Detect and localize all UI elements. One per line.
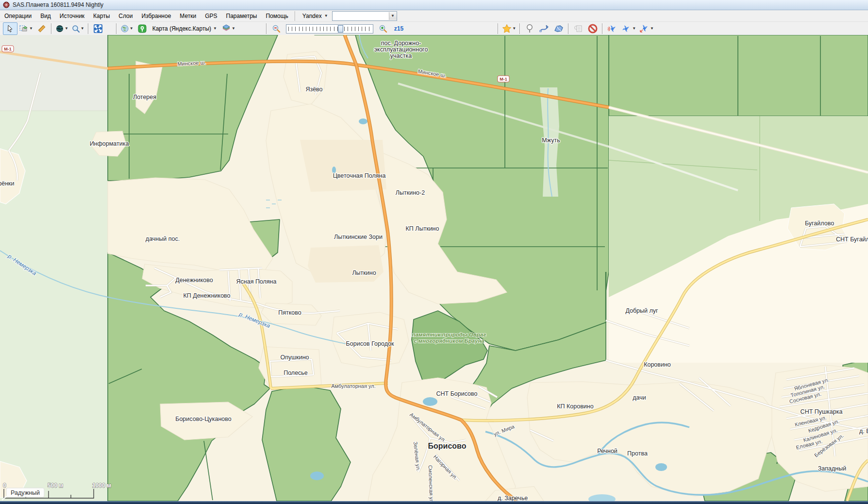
- gps-tools-icon: [639, 24, 650, 34]
- place-label: Борисов Городок: [346, 340, 394, 347]
- place-label: дачный пос.: [146, 235, 180, 242]
- select-region-button[interactable]: ▼: [17, 22, 34, 35]
- app-icon: [3, 1, 10, 8]
- marks-list-button[interactable]: [571, 22, 585, 35]
- gps-track-icon: [621, 24, 632, 34]
- toolbar-separator: [498, 23, 499, 34]
- chevron-down-icon: ▼: [650, 27, 654, 31]
- favorites-button[interactable]: ▼: [501, 22, 517, 35]
- menu-view[interactable]: Вид: [36, 11, 55, 21]
- place-label: Полесье: [284, 370, 308, 376]
- gps-tools-button[interactable]: ▼: [637, 22, 655, 35]
- zoom-out-icon: [272, 24, 281, 33]
- nature-label-line1: памятник природы Овраг: [412, 332, 486, 337]
- chevron-down-icon: ▼: [324, 14, 328, 18]
- shield-label: М-1: [4, 47, 12, 51]
- chevron-down-icon: ▼: [65, 27, 68, 31]
- road-shield-m1: М-1: [2, 46, 14, 52]
- menu-favorites[interactable]: Избранное: [137, 11, 175, 21]
- add-polygon-button[interactable]: [551, 22, 566, 35]
- chevron-down-icon: ▼: [391, 14, 395, 18]
- menu-marks[interactable]: Метки: [175, 11, 200, 21]
- chevron-down-icon: ▼: [29, 27, 33, 31]
- zoom-in-icon: [379, 24, 387, 33]
- toolbar-separator: [602, 23, 603, 34]
- place-label: офёнки: [0, 180, 15, 187]
- scale-full-label: 1000 м: [92, 482, 111, 489]
- menu-layers[interactable]: Слои: [114, 11, 137, 21]
- map-canvas[interactable]: М-1 М-1 Минское ш. Минское ш. Амбулаторн…: [0, 35, 868, 501]
- yandex-maps-button[interactable]: [135, 22, 150, 35]
- zoom-slider[interactable]: [286, 24, 373, 34]
- fullscreen-button[interactable]: [91, 22, 105, 35]
- chevron-down-icon: ▼: [130, 27, 134, 31]
- place-label: Пятково: [278, 309, 301, 316]
- toolbar-separator: [519, 23, 520, 34]
- place-label: д. Б: [859, 428, 868, 435]
- place-label: СНТ Бугайлово: [836, 236, 868, 243]
- menu-source[interactable]: Источник: [55, 11, 89, 21]
- menu-parameters[interactable]: Параметры: [222, 11, 262, 21]
- road-shield-m1: М-1: [498, 76, 509, 82]
- zoom-out-button[interactable]: [269, 22, 284, 35]
- menu-maps[interactable]: Карты: [89, 11, 114, 21]
- map-type-selector[interactable]: Карта (Яндекс.Карты) ▼: [150, 22, 220, 35]
- place-label: СНТ Пушкарка: [801, 408, 843, 415]
- add-path-button[interactable]: [537, 22, 551, 35]
- zoom-slider-thumb[interactable]: [338, 25, 343, 33]
- place-label: Бугайлово: [805, 220, 834, 227]
- place-label: эксплуатационного: [374, 46, 428, 53]
- yandex-source-dropdown[interactable]: Yandex ▼: [298, 11, 330, 21]
- chevron-down-icon: ▼: [632, 27, 636, 31]
- favorites-icon: [502, 24, 512, 34]
- chevron-down-icon: ▼: [213, 27, 217, 31]
- menu-gps[interactable]: GPS: [200, 11, 221, 21]
- dark-globe-icon: [55, 24, 64, 33]
- gps-connect-button[interactable]: [605, 22, 619, 35]
- ruler-button[interactable]: [34, 22, 49, 35]
- place-label: Речной: [597, 448, 618, 454]
- place-label: Добрый луг: [625, 307, 658, 314]
- zoom-level-label: z15: [394, 25, 403, 32]
- search-button[interactable]: ▼: [70, 22, 86, 35]
- dark-globe-button[interactable]: ▼: [54, 22, 70, 35]
- earth-view-button[interactable]: ▼: [119, 22, 135, 35]
- main-toolbar: ▼ ▼ ▼: [0, 22, 868, 36]
- taskbar-edge[interactable]: [0, 501, 868, 504]
- place-label: Радужный: [11, 489, 40, 496]
- menu-operations[interactable]: Операции: [0, 11, 36, 21]
- place-label: пос. Дорожно-: [381, 40, 421, 47]
- hide-marks-button[interactable]: [585, 22, 600, 35]
- toolbar-separator: [88, 23, 89, 34]
- cursor-tool-button[interactable]: [3, 22, 17, 35]
- source-combobox[interactable]: ▼: [332, 11, 397, 21]
- place-label: д. Заречье: [498, 495, 528, 501]
- lowres-tile-corner: [0, 35, 108, 111]
- combobox-drop-button[interactable]: ▼: [389, 12, 397, 20]
- toolbar-separator: [116, 23, 117, 34]
- place-label: Цветочная Поляна: [333, 172, 386, 179]
- place-label: КП Коровино: [557, 403, 593, 410]
- title-bar: SAS.Планета 160811.9494 Nightly: [0, 0, 868, 10]
- layers-button[interactable]: ▼: [220, 22, 237, 35]
- window-title: SAS.Планета 160811.9494 Nightly: [13, 1, 103, 8]
- toolbar-separator: [568, 23, 569, 34]
- place-label: Лыткино: [352, 269, 376, 276]
- place-label: дачи: [633, 394, 646, 401]
- place-label: Опушкино: [280, 354, 309, 361]
- place-label: Лотерея: [133, 94, 156, 101]
- toolbar-separator: [266, 23, 267, 34]
- gps-connect-icon: [607, 24, 618, 34]
- place-label: Язёво: [305, 86, 322, 93]
- app-window: SAS.Планета 160811.9494 Nightly Операции…: [0, 0, 868, 504]
- shield-label: М-1: [500, 77, 507, 82]
- zoom-in-button[interactable]: [376, 22, 390, 35]
- place-label: Лыткинские Зори: [334, 234, 383, 240]
- menu-help[interactable]: Помощь: [261, 11, 292, 21]
- earth-icon: [120, 24, 129, 33]
- place-label: Борисово-Цуканово: [175, 416, 232, 422]
- gps-track-button[interactable]: ▼: [619, 22, 637, 35]
- chevron-down-icon: ▼: [81, 27, 84, 31]
- add-placemark-button[interactable]: [522, 22, 537, 35]
- place-label: Информатика: [90, 140, 129, 147]
